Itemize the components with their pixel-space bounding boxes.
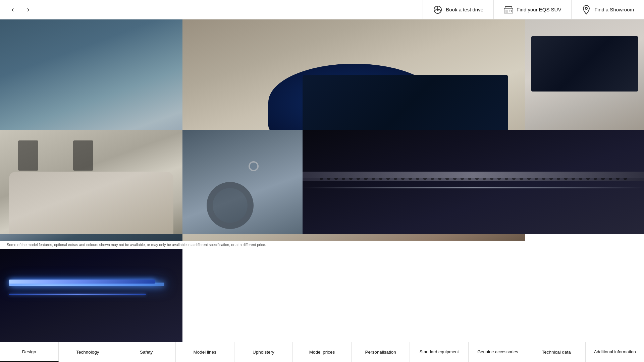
gallery-image-screen[interactable] [525,19,644,130]
nav-item-safety[interactable]: Safety [117,342,176,362]
nav-item-technology[interactable]: Technology [59,342,117,362]
svg-rect-7 [509,10,512,12]
dealer-icon [504,5,513,14]
nav-item-upholstery[interactable]: Upholstery [234,342,293,362]
disclaimer: Some of the model features, optional ext… [0,241,644,249]
nav-item-standard-equipment[interactable]: Standard equipment [410,342,469,362]
nav-item-design[interactable]: Design [0,342,59,362]
next-arrow-button[interactable]: › [22,4,34,16]
gallery-image-headlight[interactable] [0,241,182,351]
nav-item-additional-information[interactable]: Additional information [586,342,644,362]
nav-item-genuine-accessories[interactable]: Genuine accessories [469,342,527,362]
header: ‹ › Book a test drive [0,0,644,19]
nav-item-personalisation[interactable]: Personalisation [352,342,410,362]
page-wrapper: ‹ › Book a test drive [0,0,644,362]
nav-item-technical-data[interactable]: Technical data [527,342,586,362]
find-showroom-label: Find a Showroom [594,7,634,12]
find-eqs-suv-label: Find your EQS SUV [517,7,561,12]
nav-item-model-prices[interactable]: Model prices [293,342,352,362]
gallery-image-rear-seats[interactable] [0,130,182,234]
bottom-nav: Design Technology Safety Model lines Uph… [0,342,644,362]
book-test-drive-label: Book a test drive [446,7,483,12]
header-actions: Book a test drive Find your EQS SUV [423,0,644,19]
book-test-drive-action[interactable]: Book a test drive [423,0,493,19]
svg-line-4 [439,9,441,11]
gallery-image-side-charging[interactable] [182,130,303,234]
find-eqs-suv-action[interactable]: Find your EQS SUV [493,0,571,19]
gallery-top: EQS 450 [0,19,644,130]
gallery-image-running-board[interactable] [303,130,644,234]
prev-arrow-button[interactable]: ‹ [7,4,19,16]
nav-arrows: ‹ › [0,4,41,16]
svg-point-10 [585,7,587,9]
svg-rect-6 [505,10,508,13]
svg-point-1 [437,9,439,11]
svg-line-3 [435,9,437,11]
steering-wheel-icon [433,5,442,14]
nav-item-model-lines[interactable]: Model lines [176,342,234,362]
location-icon [582,5,591,14]
find-showroom-action[interactable]: Find a Showroom [571,0,644,19]
